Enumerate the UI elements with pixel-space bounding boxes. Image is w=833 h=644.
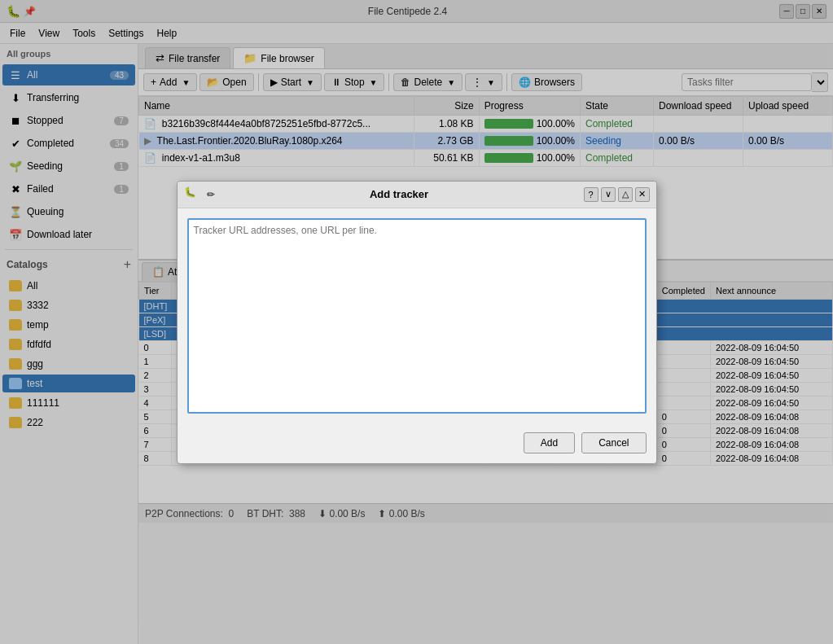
- modal-minimize-button[interactable]: ∨: [601, 187, 616, 202]
- modal-help-button[interactable]: ?: [584, 187, 598, 202]
- add-tracker-modal: 🐛 ✏ Add tracker ? ∨ △ ✕ Add Cancel: [177, 181, 657, 464]
- modal-titlebar: 🐛 ✏ Add tracker ? ∨ △ ✕: [178, 182, 656, 208]
- modal-overlay: 🐛 ✏ Add tracker ? ∨ △ ✕ Add Cancel: [0, 0, 833, 644]
- modal-footer: Add Cancel: [178, 426, 656, 463]
- modal-close-button[interactable]: ✕: [635, 187, 650, 202]
- modal-app-icon: 🐛: [184, 186, 200, 203]
- modal-title: Add tracker: [215, 188, 584, 200]
- modal-controls: ? ∨ △ ✕: [584, 187, 650, 202]
- tracker-url-input[interactable]: [187, 218, 647, 414]
- modal-body: [178, 208, 656, 426]
- modal-maximize-button[interactable]: △: [618, 187, 633, 202]
- modal-pencil-icon: ✏: [207, 189, 215, 200]
- modal-add-button[interactable]: Add: [524, 432, 575, 453]
- modal-cancel-button[interactable]: Cancel: [581, 432, 646, 453]
